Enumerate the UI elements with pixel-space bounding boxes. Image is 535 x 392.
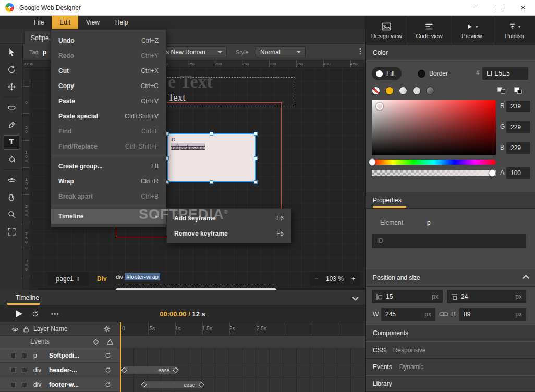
playhead[interactable] (120, 322, 121, 392)
menu-item-cut[interactable]: CutCtrl+X (51, 63, 166, 78)
zoom-out-button[interactable]: − (314, 275, 318, 283)
pen-tool[interactable] (0, 116, 23, 133)
layer-lock-toggle[interactable] (22, 382, 27, 387)
zoom-level[interactable]: 103 % (326, 275, 344, 283)
add-event-icon[interactable] (93, 339, 99, 345)
menu-item-paste[interactable]: PasteCtrl+V (51, 93, 166, 108)
tag-tool[interactable] (0, 99, 23, 116)
yellow-swatch[interactable] (385, 87, 394, 95)
fullscreen-tool[interactable] (0, 223, 23, 240)
timeline-ruler[interactable] (120, 322, 365, 336)
link-dimensions-icon[interactable] (439, 311, 448, 317)
subheading-text[interactable]: Text (168, 92, 186, 103)
menu-file[interactable]: File (26, 16, 52, 29)
green-input[interactable]: 229 (506, 121, 530, 133)
color-panel-header[interactable]: Color (366, 45, 535, 60)
white-swatch[interactable] (399, 87, 407, 95)
no-color-swatch[interactable] (372, 87, 380, 95)
border-toggle[interactable]: Border (414, 67, 455, 80)
gear-icon[interactable] (103, 325, 111, 333)
minimize-button[interactable]: – (463, 0, 487, 16)
heading-text[interactable]: e Text (168, 72, 213, 92)
design-view-button[interactable]: Design view (366, 16, 408, 45)
components-panel-header[interactable]: Components (366, 324, 535, 341)
lock-icon[interactable] (23, 326, 29, 333)
css-panel-header[interactable]: CSS Responsive (366, 341, 535, 359)
fill-toggle[interactable]: Fill (372, 67, 402, 80)
swap-colors-icon[interactable] (497, 87, 506, 94)
rotate-3d-tool[interactable] (0, 61, 23, 78)
menu-help[interactable]: Help (107, 16, 136, 29)
close-button[interactable]: ✕ (511, 0, 535, 16)
layer-row[interactable]: p Softpedi... (0, 348, 120, 363)
zoom-in-button[interactable]: + (351, 275, 355, 283)
layer-visibility-toggle[interactable] (10, 382, 16, 387)
zoom-tool[interactable] (0, 206, 23, 223)
element-type-label[interactable]: Div (97, 275, 107, 283)
properties-panel-header[interactable]: Properties (366, 192, 535, 209)
dynamic-title[interactable]: Dynamic (399, 363, 424, 371)
height-field[interactable]: 89 px (459, 308, 526, 321)
maximize-button[interactable] (487, 0, 511, 16)
resize-handle[interactable] (254, 156, 258, 160)
resize-handle[interactable] (254, 132, 258, 136)
alpha-input[interactable]: 100 (506, 167, 530, 179)
position-size-header[interactable]: Position and size (366, 269, 535, 287)
menu-view[interactable]: View (78, 16, 107, 29)
events-panel-header[interactable]: Events Dynamic (366, 359, 535, 375)
animation-span[interactable]: ease (124, 366, 176, 374)
alpha-slider[interactable] (372, 170, 496, 176)
hue-slider[interactable] (372, 160, 496, 165)
layer-loop-icon[interactable] (104, 381, 112, 388)
menu-item-copy[interactable]: CopyCtrl+C (51, 78, 166, 93)
layer-loop-icon[interactable] (104, 352, 112, 359)
menu-item-paste-special[interactable]: Paste specialCtrl+Shift+V (51, 108, 166, 124)
responsive-title[interactable]: Responsive (393, 347, 426, 354)
breadcrumb[interactable]: div #footer-wrap (116, 274, 160, 280)
events-row[interactable]: Events (0, 336, 120, 348)
saturation-value-picker[interactable] (372, 100, 496, 155)
light-gray-swatch[interactable] (412, 87, 421, 95)
resize-handle[interactable] (210, 132, 213, 136)
timeline-header[interactable]: Timeline (0, 290, 365, 305)
resize-handle[interactable] (210, 180, 213, 184)
menu-item-remove-keyframe[interactable]: Remove keyframeF5 (167, 226, 291, 241)
resize-handle[interactable] (254, 180, 258, 184)
menu-item-wrap[interactable]: WrapCtrl+R (51, 174, 166, 189)
toolbar-overflow-icon[interactable]: ⋮ (357, 47, 364, 55)
page-selector[interactable]: page1 ⇕ (48, 272, 89, 286)
text-style-dropdown[interactable]: Normal (256, 46, 306, 57)
id-field[interactable] (372, 234, 526, 248)
layer-row[interactable]: div footer-w... (0, 377, 120, 392)
x-position-field[interactable]: 15 px (372, 290, 443, 303)
y-position-field[interactable]: 24 px (447, 290, 526, 303)
orbit-tool[interactable] (0, 172, 23, 189)
gray-swatch[interactable] (426, 87, 434, 95)
layer-row[interactable]: div header-... (0, 363, 120, 377)
color-cursor[interactable] (376, 103, 383, 110)
hex-input[interactable]: EFE5E5 (482, 67, 528, 80)
blue-input[interactable]: 229 (506, 142, 530, 154)
menu-item-undo[interactable]: UndoCtrl+Z (51, 33, 166, 48)
layer-loop-icon[interactable] (104, 366, 112, 374)
red-input[interactable]: 239 (506, 101, 530, 112)
layer-visibility-toggle[interactable] (10, 368, 16, 373)
publish-button[interactable]: ▾ Publish (493, 16, 535, 45)
hand-tool[interactable] (0, 189, 23, 206)
alpha-slider-handle[interactable] (489, 169, 496, 177)
menu-item-create-group[interactable]: Create group...F8 (51, 158, 166, 174)
layer-visibility-toggle[interactable] (10, 353, 16, 358)
selection-tool[interactable] (0, 44, 23, 61)
collapse-timeline-icon[interactable] (352, 294, 359, 301)
event-marker-icon[interactable] (106, 338, 114, 346)
library-panel-header[interactable]: Library (366, 375, 535, 392)
preview-button[interactable]: ▾ Preview (451, 16, 493, 45)
layer-lock-toggle[interactable] (22, 353, 27, 358)
hue-slider-handle[interactable] (369, 158, 376, 166)
layer-lock-toggle[interactable] (22, 368, 27, 373)
translate-3d-tool[interactable] (0, 78, 23, 95)
menu-edit[interactable]: Edit (52, 16, 78, 29)
code-view-button[interactable]: Code view (408, 16, 451, 45)
selected-text-element[interactable]: st softpedia.com/ (167, 133, 256, 182)
width-field[interactable]: 245 px (381, 308, 435, 321)
